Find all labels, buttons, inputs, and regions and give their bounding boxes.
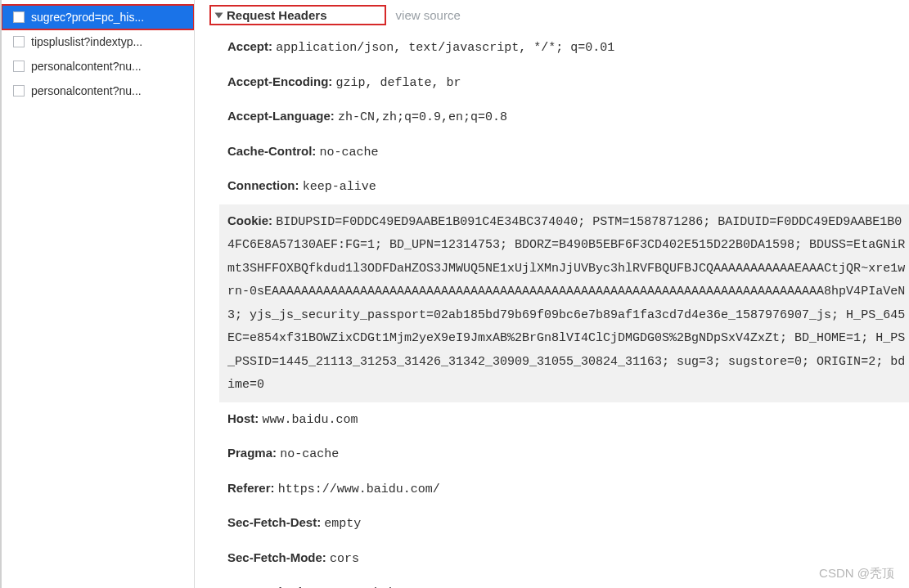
header-row: Accept: application/json, text/javascrip… [219,30,909,65]
request-list-label: tipspluslist?indextyp... [31,35,142,48]
header-row: Host: www.baidu.com [219,402,909,438]
request-list-item[interactable]: personalcontent?nu... [2,79,194,103]
header-value: www.baidu.com [263,413,358,427]
header-name: Accept-Language: [227,109,338,123]
request-list-label: personalcontent?nu... [31,60,142,73]
header-name: Cookie: [227,213,276,227]
header-row: Cache-Control: no-cache [219,135,909,170]
header-row: Accept-Encoding: gzip, deflate, br [219,65,909,101]
request-list-label: personalcontent?nu... [31,84,142,97]
file-icon [13,85,25,97]
header-name: Sec-Fetch-Site: [227,585,320,588]
header-value: zh-CN,zh;q=0.9,en;q=0.8 [338,110,507,124]
header-value: BIDUPSID=F0DDC49ED9AABE1B091C4E34BC37404… [227,215,905,393]
header-value: https://www.baidu.com/ [278,483,440,496]
header-value: empty [324,517,361,531]
header-row: Sec-Fetch-Site: same-origin [219,576,909,588]
request-headers-annotation: Request Headers [209,5,386,25]
collapse-triangle-icon[interactable] [215,12,223,18]
request-list: sugrec?prod=pc_his...tipspluslist?indext… [2,0,195,588]
header-name: Accept: [227,39,276,53]
request-list-item[interactable]: personalcontent?nu... [2,54,194,79]
header-value: no-cache [280,447,339,461]
view-source-link[interactable]: view source [396,8,461,22]
header-row: Pragma: no-cache [219,437,909,472]
request-detail-pane: Request Headers view source Accept: appl… [195,0,909,588]
devtools-network-panel: sugrec?prod=pc_his...tipspluslist?indext… [0,0,909,588]
section-header: Request Headers view source [195,3,909,30]
header-name: Accept-Encoding: [227,74,336,88]
header-value: keep-alive [303,180,376,194]
header-name: Sec-Fetch-Mode: [227,550,330,564]
header-value: application/json, text/javascript, */*; … [276,41,614,55]
request-list-item[interactable]: tipspluslist?indextyp... [2,29,194,54]
header-row: Sec-Fetch-Mode: cors [219,541,909,577]
header-name: Connection: [227,178,303,192]
file-icon [13,11,25,23]
request-list-label: sugrec?prod=pc_his... [31,11,144,24]
header-name: Host: [227,411,263,425]
file-icon [13,61,25,72]
header-value: cors [330,552,359,566]
header-name: Cache-Control: [227,144,320,158]
header-name: Referer: [227,481,278,495]
file-icon [13,36,25,47]
header-name: Sec-Fetch-Dest: [227,515,324,529]
header-row: Connection: keep-alive [219,169,909,204]
header-row: Accept-Language: zh-CN,zh;q=0.9,en;q=0.8 [219,100,909,135]
header-value: no-cache [320,146,379,159]
section-title: Request Headers [227,8,327,22]
header-value: gzip, deflate, br [336,76,461,90]
header-row: Cookie: BIDUPSID=F0DDC49ED9AABE1B091C4E3… [219,204,909,402]
header-row: Sec-Fetch-Dest: empty [219,506,909,541]
header-name: Pragma: [227,446,280,460]
header-row: Referer: https://www.baidu.com/ [219,472,909,507]
headers-list: Accept: application/json, text/javascrip… [195,30,909,588]
request-list-item[interactable]: sugrec?prod=pc_his... [2,5,194,29]
